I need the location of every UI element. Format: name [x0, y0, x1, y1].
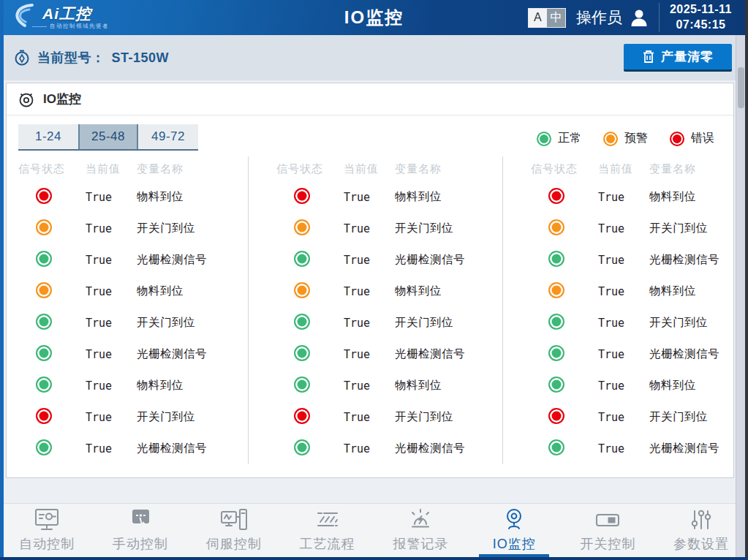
- column-header: 信号状态: [276, 162, 344, 176]
- signal-name: 开关门到位: [649, 315, 733, 330]
- signal-status-dot-icon: [36, 439, 52, 455]
- signal-value: True: [86, 254, 137, 267]
- signal-value: True: [598, 191, 649, 204]
- signal-value: True: [86, 191, 137, 204]
- column-header: 信号状态: [18, 162, 86, 176]
- signal-status-dot-icon: [36, 345, 52, 361]
- signal-status-dot-icon: [36, 408, 52, 424]
- column-header: 当前值: [598, 162, 649, 176]
- tab-25-48[interactable]: 25-48: [78, 124, 138, 149]
- io-signal-row: True物料到位: [531, 276, 733, 307]
- nav-label: 手动控制: [113, 535, 168, 553]
- signal-status-cell: [276, 345, 344, 364]
- signal-status-dot-icon: [36, 219, 52, 235]
- time-label: 07:45:15: [670, 18, 732, 33]
- signal-status-dot-icon: [548, 282, 564, 298]
- signal-status-dot-icon: [548, 188, 564, 204]
- window-border-right: [745, 0, 748, 560]
- panel-toolbar: 1-2425-4849-72 正常预警错误: [7, 116, 733, 151]
- legend-error: 错误: [670, 131, 714, 146]
- legend-warn: 预警: [603, 131, 648, 146]
- nav-label: 报警记录: [393, 535, 448, 553]
- signal-status-cell: [276, 439, 344, 458]
- signal-name: 光栅检测信号: [137, 347, 248, 362]
- process-flow-icon: [313, 508, 342, 531]
- io-monitor-panel: IO监控 1-2425-4849-72 正常预警错误 信号状态当前值变量名称Tr…: [6, 83, 734, 478]
- header-divider: [659, 3, 660, 32]
- production-clear-button[interactable]: 产量清零: [624, 44, 732, 72]
- signal-status-dot-icon: [548, 251, 564, 267]
- signal-value: True: [344, 442, 395, 455]
- language-toggle[interactable]: A 中: [528, 8, 566, 28]
- signal-value: True: [598, 379, 649, 393]
- signal-status-dot-icon: [36, 314, 52, 330]
- window-border-bottom: [0, 557, 748, 560]
- signal-name: 开关门到位: [649, 409, 733, 425]
- logo-swoosh-icon: [7, 1, 41, 34]
- nav-item-auto-control[interactable]: 自动控制: [0, 504, 94, 557]
- main-area: IO监控 1-2425-4849-72 正常预警错误 信号状态当前值变量名称Tr…: [4, 80, 736, 503]
- column-header: 变量名称: [137, 162, 248, 176]
- signal-name: 光栅检测信号: [395, 252, 502, 268]
- column-header-row: 信号状态当前值变量名称: [531, 156, 733, 181]
- top-header: Ai工控 自动控制领域先驱者 IO监控 A 中 操作员 2025-11-11 0…: [0, 0, 748, 35]
- signal-status-dot-icon: [548, 408, 564, 424]
- io-signal-row: True物料到位: [276, 181, 502, 213]
- signal-status-dot-icon: [294, 282, 310, 298]
- column-header: 信号状态: [531, 162, 598, 176]
- logo-tagline: 自动控制领域先驱者: [42, 23, 109, 29]
- signal-status-cell: [276, 251, 344, 270]
- signal-status-cell: [18, 408, 86, 427]
- signal-status-cell: [531, 314, 598, 333]
- signal-value: True: [598, 222, 649, 235]
- signal-name: 物料到位: [137, 189, 248, 205]
- language-latin-badge[interactable]: A: [529, 9, 547, 27]
- tab-1-24[interactable]: 1-24: [18, 124, 78, 149]
- signal-value: True: [598, 317, 649, 330]
- signal-name: 开关门到位: [137, 409, 248, 425]
- scrollbar-thumb[interactable]: [738, 67, 744, 108]
- signal-status-cell: [18, 314, 86, 333]
- signal-status-dot-icon: [294, 439, 310, 455]
- signal-status-cell: [18, 251, 86, 270]
- signal-status-dot-icon: [36, 251, 52, 267]
- logo-title: Ai工控: [42, 6, 109, 21]
- signal-status-cell: [531, 408, 598, 427]
- legend-label: 预警: [624, 131, 648, 146]
- nav-item-switch-control[interactable]: 开关控制: [561, 504, 654, 557]
- language-chinese-badge[interactable]: 中: [547, 9, 565, 27]
- scrollbar[interactable]: [736, 35, 745, 557]
- signal-status-cell: [531, 345, 598, 364]
- signal-name: 物料到位: [649, 189, 733, 205]
- model-label: 当前型号：: [37, 49, 105, 67]
- io-signal-row: True开关门到位: [276, 401, 502, 433]
- signal-status-dot-icon: [548, 314, 564, 330]
- tab-49-72[interactable]: 49-72: [138, 124, 198, 149]
- nav-item-process-flow[interactable]: 工艺流程: [281, 504, 374, 557]
- io-signal-row: True光栅检测信号: [531, 338, 733, 370]
- user-area[interactable]: 操作员: [576, 7, 649, 28]
- signal-status-dot-icon: [294, 345, 310, 361]
- io-column-3: 信号状态当前值变量名称True物料到位True开关门到位True光栅检测信号Tr…: [502, 156, 733, 464]
- io-signal-row: True光栅检测信号: [18, 244, 248, 276]
- nav-item-manual-control[interactable]: 手动控制: [94, 504, 187, 557]
- signal-value: True: [344, 222, 395, 235]
- io-monitor-panel-icon: [17, 90, 36, 109]
- signal-status-cell: [18, 188, 86, 207]
- model-gauge-icon: [13, 49, 31, 67]
- column-header: 当前值: [344, 162, 395, 176]
- nav-label: 开关控制: [580, 535, 635, 553]
- nav-item-io-monitor[interactable]: IO监控: [467, 504, 561, 557]
- signal-name: 开关门到位: [395, 409, 502, 425]
- panel-header: IO监控: [7, 83, 733, 116]
- nav-item-servo-control[interactable]: 伺服控制: [187, 504, 281, 557]
- nav-item-alarm-record[interactable]: 报警记录: [374, 504, 468, 557]
- nav-item-param-settings[interactable]: 参数设置: [654, 504, 748, 557]
- io-signal-row: True光栅检测信号: [276, 433, 502, 464]
- header-right: A 中 操作员 2025-11-11 07:45:15: [528, 2, 748, 33]
- signal-name: 开关门到位: [649, 221, 733, 236]
- signal-name: 开关门到位: [137, 315, 248, 330]
- signal-name: 光栅检测信号: [395, 441, 502, 456]
- bottom-nav: 自动控制手动控制伺服控制工艺流程报警记录IO监控开关控制参数设置: [0, 503, 748, 557]
- legend-dot-ok-icon: [537, 132, 551, 146]
